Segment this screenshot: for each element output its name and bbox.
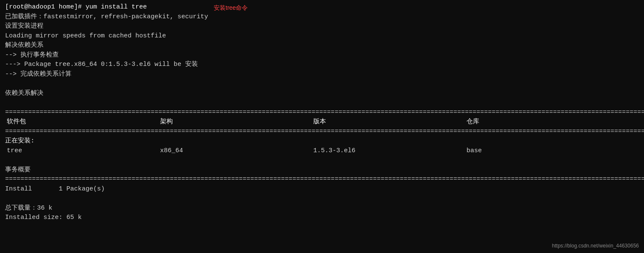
summary-line: 事务概要 xyxy=(5,165,639,175)
col-version: 版本 xyxy=(313,117,467,127)
dep-resolved-line: 依赖关系解决 xyxy=(5,89,639,99)
separator-1: ========================================… xyxy=(5,108,639,118)
annotation-label: 安装tree命令 xyxy=(214,3,248,12)
install-size-line: Installed size: 65 k xyxy=(5,213,639,223)
command-line: [root@hadoop1 home]# yum install tree 安装… xyxy=(5,3,639,12)
setup-line: 设置安装进程 xyxy=(5,22,639,31)
empty-line-2 xyxy=(5,98,639,108)
col-repo: 仓库 xyxy=(467,117,639,127)
separator-3: ========================================… xyxy=(5,175,639,185)
empty-line-4 xyxy=(5,194,639,204)
table-header-row: 软件包 架构 版本 仓库 xyxy=(5,117,639,127)
download-size-line: 总下载量：36 k xyxy=(5,204,639,213)
col-arch: 架构 xyxy=(160,117,313,127)
tree-col-version: 1.5.3-3.el6 xyxy=(313,146,467,156)
tree-col-package: tree xyxy=(7,146,160,156)
empty-line-3 xyxy=(5,156,639,165)
table-row: tree x86_64 1.5.3-3.el6 base xyxy=(5,146,639,156)
watermark: https://blog.csdn.net/weixin_44630656 xyxy=(552,242,639,250)
tree-col-repo: base xyxy=(467,146,639,156)
complete-line: --> 完成依赖关系计算 xyxy=(5,70,639,80)
plugins-line: 已加载插件：fastestmirror, refresh-packagekit,… xyxy=(5,12,639,22)
resolve-line: 解决依赖关系 xyxy=(5,41,639,51)
install-count-line: Install 1 Package(s) xyxy=(5,185,639,194)
col-package: 软件包 xyxy=(7,117,160,127)
terminal-window: [root@hadoop1 home]# yum install tree 安装… xyxy=(0,0,644,253)
installing-header: 正在安装: xyxy=(5,136,639,146)
tree-col-arch: x86_64 xyxy=(160,146,313,156)
separator-2: ========================================… xyxy=(5,127,639,137)
package-line: ---> Package tree.x86_64 0:1.5.3-3.el6 w… xyxy=(5,60,639,70)
mirror-line: Loading mirror speeds from cached hostfi… xyxy=(5,31,639,41)
empty-line-1 xyxy=(5,79,639,89)
check-line: --> 执行事务检查 xyxy=(5,51,639,60)
command-text: [root@hadoop1 home]# yum install tree xyxy=(5,3,147,12)
